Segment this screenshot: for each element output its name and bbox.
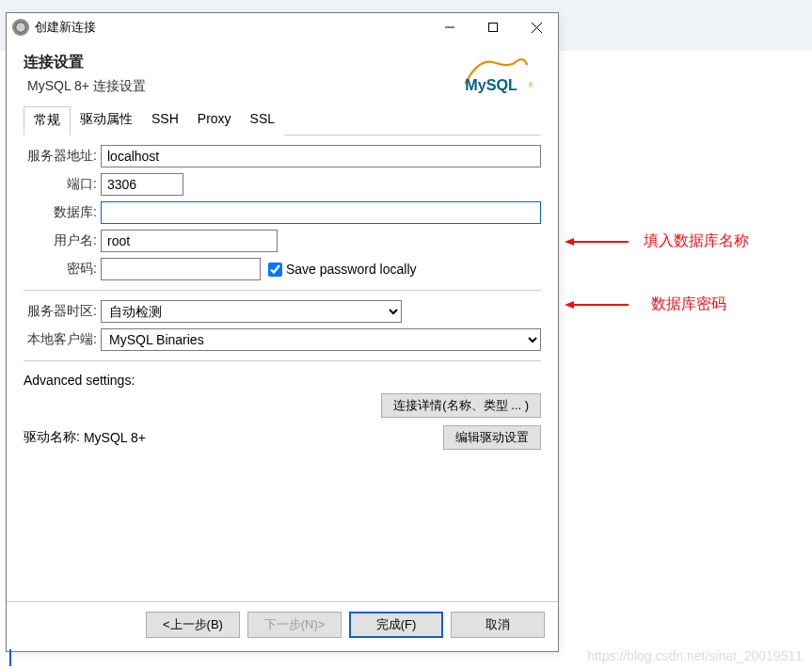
separator (24, 360, 541, 361)
timezone-label: 服务器时区: (24, 303, 101, 320)
minimize-button[interactable] (428, 13, 471, 41)
host-label: 服务器地址: (24, 148, 101, 165)
tab-bar: 常规 驱动属性 SSH Proxy SSL (24, 105, 541, 135)
svg-text:®: ® (529, 82, 533, 88)
local-client-label: 本地客户端: (24, 331, 101, 348)
header-subtitle: MySQL 8+ 连接设置 (24, 78, 458, 95)
annotation-password: 数据库密码 (565, 295, 726, 314)
tab-proxy[interactable]: Proxy (188, 106, 241, 135)
driver-name-value: MySQL 8+ (84, 430, 443, 445)
tab-general[interactable]: 常规 (24, 106, 71, 135)
port-input[interactable] (101, 173, 183, 196)
database-label: 数据库: (24, 204, 101, 221)
svg-text:MySQL: MySQL (465, 76, 517, 93)
close-button[interactable] (515, 13, 558, 41)
header-title: 连接设置 (24, 53, 458, 72)
separator (24, 290, 541, 291)
arrow-left-icon (565, 236, 629, 247)
timezone-select[interactable]: 自动检测 (101, 300, 402, 323)
tab-driver-props[interactable]: 驱动属性 (71, 106, 142, 135)
connection-dialog: 创建新连接 连接设置 MySQL 8+ 连接设置 MySQL ® 常规 驱动属性… (6, 12, 559, 652)
local-client-select[interactable]: MySQL Binaries (101, 328, 541, 351)
maximize-button[interactable] (471, 13, 515, 41)
app-icon (12, 19, 29, 36)
form-panel: 服务器地址: 端口: 数据库: 用户名: 密码: Save password l… (7, 135, 558, 450)
port-label: 端口: (24, 176, 101, 193)
svg-marker-10 (565, 301, 574, 309)
wizard-footer: <上一步(B) 下一步(N)> 完成(F) 取消 (7, 601, 558, 651)
tab-ssl[interactable]: SSL (241, 106, 284, 135)
edit-driver-button[interactable]: 编辑驱动设置 (443, 425, 541, 450)
mysql-logo-icon: MySQL ® (458, 53, 541, 98)
finish-button[interactable]: 完成(F) (349, 612, 443, 638)
host-input[interactable] (101, 145, 541, 167)
username-label: 用户名: (24, 232, 101, 249)
svg-marker-8 (565, 238, 574, 246)
watermark: https://blog.csdn.net/sinat_20019511 (587, 648, 803, 663)
database-input[interactable] (101, 201, 541, 224)
tab-ssh[interactable]: SSH (142, 106, 188, 135)
password-label: 密码: (24, 261, 101, 278)
text-cursor (9, 649, 11, 666)
save-password-check[interactable] (268, 263, 282, 277)
svg-point-0 (16, 23, 26, 33)
arrow-left-icon (565, 299, 629, 311)
username-input[interactable] (101, 230, 278, 252)
save-password-checkbox[interactable]: Save password locally (268, 262, 417, 277)
advanced-heading: Advanced settings: (24, 371, 541, 393)
password-input[interactable] (101, 258, 261, 280)
next-button[interactable]: 下一步(N)> (247, 612, 342, 638)
driver-name-label: 驱动名称: (24, 429, 80, 446)
save-password-label: Save password locally (286, 262, 417, 277)
window-title: 创建新连接 (35, 19, 428, 36)
title-bar: 创建新连接 (7, 13, 558, 41)
dialog-header: 连接设置 MySQL 8+ 连接设置 MySQL ® (7, 41, 558, 105)
back-button[interactable]: <上一步(B) (146, 612, 240, 638)
annotation-database: 填入数据库名称 (565, 231, 749, 251)
connection-details-button[interactable]: 连接详情(名称、类型 ... ) (381, 393, 541, 418)
svg-rect-2 (489, 24, 498, 32)
cancel-button[interactable]: 取消 (451, 612, 545, 638)
